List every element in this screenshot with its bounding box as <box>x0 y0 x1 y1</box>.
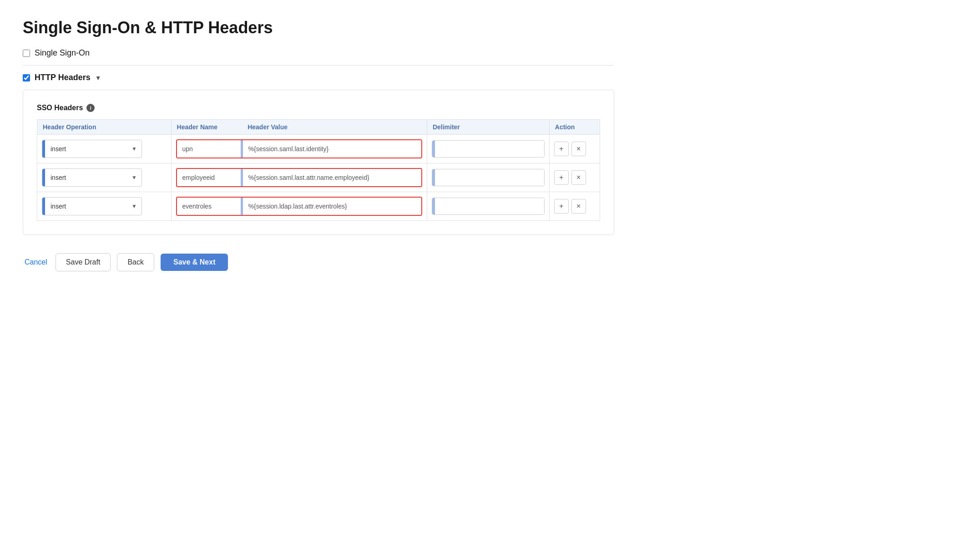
add-button-2[interactable]: + <box>554 199 569 214</box>
delimiter-cell-1 <box>427 163 549 192</box>
sso-checkbox[interactable] <box>23 50 30 57</box>
headers-table: Header Operation Header Name Header Valu… <box>37 119 600 221</box>
delimiter-input-1[interactable] <box>435 169 544 186</box>
header-name-0: upn <box>177 140 241 158</box>
select-arrow-1: ▼ <box>127 174 141 181</box>
col-header-name-value: Header Name Header Value <box>171 120 427 135</box>
action-buttons-1: + × <box>554 170 595 185</box>
operation-select-container-2: insertreplacedelete ▼ <box>42 197 142 215</box>
operation-cell-1: insertreplacedelete ▼ <box>37 163 172 192</box>
name-value-container-2: eventroles %{session.ldap.last.attr.even… <box>176 197 422 216</box>
col-header-action: Action <box>549 120 600 135</box>
http-headers-checkbox[interactable] <box>23 74 30 81</box>
footer-buttons: Cancel Save Draft Back Save & Next <box>23 253 614 271</box>
table-row: insertreplacedelete ▼ upn %{session.saml… <box>37 135 600 163</box>
select-arrow-2: ▼ <box>127 203 141 209</box>
sso-section: Single Sign-On <box>23 48 614 66</box>
header-value-0: %{session.saml.last.identity} <box>243 140 421 158</box>
select-arrow-0: ▼ <box>127 146 141 152</box>
action-cell-0: + × <box>549 135 600 163</box>
action-buttons-0: + × <box>554 142 595 156</box>
sso-label: Single Sign-On <box>35 48 90 58</box>
action-cell-2: + × <box>549 192 600 221</box>
delimiter-cell-0 <box>427 135 549 163</box>
delimiter-cell-2 <box>427 192 549 221</box>
name-value-container-0: upn %{session.saml.last.identity} <box>176 139 422 158</box>
sso-headers-title: SSO Headers i <box>37 104 600 112</box>
operation-select-2[interactable]: insertreplacedelete <box>45 198 127 215</box>
http-headers-toggle: HTTP Headers ▼ <box>23 73 614 82</box>
remove-button-2[interactable]: × <box>571 199 586 214</box>
operation-select-container-1: insertreplacedelete ▼ <box>42 168 142 187</box>
remove-button-1[interactable]: × <box>571 170 586 185</box>
add-button-0[interactable]: + <box>554 142 569 156</box>
operation-cell-2: insertreplacedelete ▼ <box>37 192 172 221</box>
back-button[interactable]: Back <box>117 253 154 271</box>
name-value-cell-0: upn %{session.saml.last.identity} <box>171 135 427 163</box>
operation-select-0[interactable]: insertreplacedelete <box>45 140 127 158</box>
name-value-cell-2: eventroles %{session.ldap.last.attr.even… <box>171 192 427 221</box>
table-row: insertreplacedelete ▼ employeeid %{sessi… <box>37 163 600 192</box>
save-next-button[interactable]: Save & Next <box>161 254 228 271</box>
header-value-2: %{session.ldap.last.attr.eventroles} <box>243 198 421 215</box>
table-header-row: Header Operation Header Name Header Valu… <box>37 120 600 135</box>
action-buttons-2: + × <box>554 199 595 214</box>
info-icon[interactable]: i <box>86 104 95 112</box>
save-draft-button[interactable]: Save Draft <box>56 253 111 271</box>
cancel-button[interactable]: Cancel <box>23 254 49 271</box>
operation-cell-0: insertreplacedelete ▼ <box>37 135 172 163</box>
table-row: insertreplacedelete ▼ eventroles %{sessi… <box>37 192 600 221</box>
header-name-2: eventroles <box>177 198 241 215</box>
page-title: Single Sign-On & HTTP Headers <box>23 18 614 37</box>
delimiter-input-0[interactable] <box>435 141 544 157</box>
http-headers-label: HTTP Headers <box>35 73 91 82</box>
name-value-container-1: employeeid %{session.saml.last.attr.name… <box>176 168 422 187</box>
delimiter-wrapper-0 <box>432 140 545 158</box>
action-cell-1: + × <box>549 163 600 192</box>
delimiter-wrapper-1 <box>432 169 545 186</box>
remove-button-0[interactable]: × <box>571 142 586 156</box>
col-header-delimiter: Delimiter <box>427 120 549 135</box>
header-value-1: %{session.saml.last.attr.name.employeeid… <box>243 169 421 186</box>
delimiter-input-2[interactable] <box>435 198 544 214</box>
http-headers-dropdown-arrow[interactable]: ▼ <box>95 74 101 81</box>
operation-select-container-0: insertreplacedelete ▼ <box>42 140 142 158</box>
delimiter-wrapper-2 <box>432 198 545 215</box>
col-header-operation: Header Operation <box>37 120 172 135</box>
name-value-cell-1: employeeid %{session.saml.last.attr.name… <box>171 163 427 192</box>
header-name-1: employeeid <box>177 169 241 186</box>
http-headers-panel: SSO Headers i Header Operation Header Na… <box>23 90 614 235</box>
add-button-1[interactable]: + <box>554 170 569 185</box>
operation-select-1[interactable]: insertreplacedelete <box>45 169 127 186</box>
